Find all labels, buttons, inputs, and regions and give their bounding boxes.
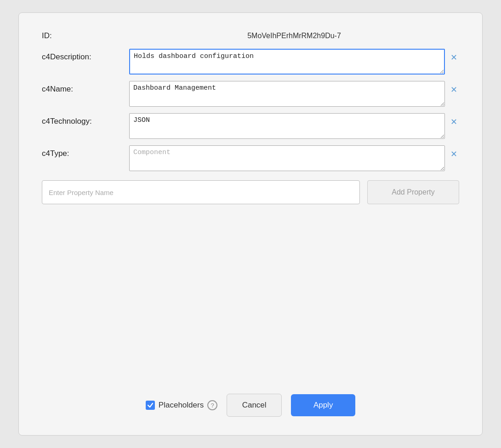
c4technology-label: c4Technology: bbox=[42, 113, 129, 126]
c4technology-input[interactable]: JSON bbox=[129, 113, 445, 139]
c4description-label: c4Description: bbox=[42, 49, 129, 62]
c4technology-clear-button[interactable]: ✕ bbox=[449, 116, 459, 128]
c4technology-wrapper: JSON ✕ bbox=[129, 113, 459, 139]
c4description-clear-button[interactable]: ✕ bbox=[449, 52, 459, 63]
form-area: ID: 5MoVeIhPErhMrRM2h9Du-7 c4Description… bbox=[42, 31, 459, 297]
help-icon[interactable]: ? bbox=[207, 400, 217, 410]
placeholders-section: Placeholders ? bbox=[146, 400, 217, 410]
c4description-row: c4Description: Holds dashboard configura… bbox=[42, 49, 459, 75]
c4name-wrapper: Dashboard Management ✕ bbox=[129, 81, 459, 107]
id-value: 5MoVeIhPErhMrRM2h9Du-7 bbox=[129, 32, 459, 40]
add-property-button[interactable]: Add Property bbox=[367, 180, 459, 204]
c4technology-row: c4Technology: JSON ✕ bbox=[42, 113, 459, 139]
footer: Placeholders ? Cancel Apply bbox=[42, 380, 459, 417]
placeholders-checkbox[interactable] bbox=[146, 401, 155, 410]
add-property-row: Add Property bbox=[42, 180, 459, 204]
id-row: ID: 5MoVeIhPErhMrRM2h9Du-7 bbox=[42, 31, 459, 40]
c4name-label: c4Name: bbox=[42, 81, 129, 94]
edit-dialog: ID: 5MoVeIhPErhMrRM2h9Du-7 c4Description… bbox=[18, 12, 483, 436]
c4type-input[interactable] bbox=[129, 145, 445, 171]
checkmark-icon bbox=[147, 402, 154, 408]
apply-button[interactable]: Apply bbox=[291, 394, 355, 416]
c4description-wrapper: Holds dashboard configuration ✕ bbox=[129, 49, 459, 75]
property-name-input[interactable] bbox=[42, 180, 360, 204]
cancel-button[interactable]: Cancel bbox=[227, 394, 282, 417]
c4type-clear-button[interactable]: ✕ bbox=[449, 148, 459, 160]
c4description-input[interactable]: Holds dashboard configuration bbox=[129, 49, 445, 75]
c4name-clear-button[interactable]: ✕ bbox=[449, 84, 459, 96]
placeholders-label: Placeholders bbox=[159, 401, 204, 410]
spacer bbox=[42, 297, 459, 380]
id-label: ID: bbox=[42, 31, 129, 40]
c4type-label: c4Type: bbox=[42, 145, 129, 158]
c4name-input[interactable]: Dashboard Management bbox=[129, 81, 445, 107]
c4type-row: c4Type: ✕ bbox=[42, 145, 459, 171]
help-icon-label: ? bbox=[211, 402, 214, 409]
c4name-row: c4Name: Dashboard Management ✕ bbox=[42, 81, 459, 107]
c4type-wrapper: ✕ bbox=[129, 145, 459, 171]
